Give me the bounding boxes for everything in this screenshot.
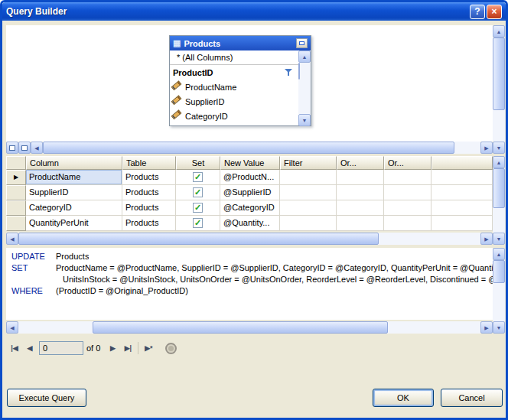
execute-query-button[interactable]: Execute Query [7, 389, 86, 407]
scrollbar-thumb[interactable] [93, 321, 389, 334]
sql-horizontal-scrollbar[interactable]: ◀ ▶ [6, 321, 493, 334]
grid-cell-column[interactable]: QuantityPerUnit [26, 216, 122, 231]
grid-cell-set[interactable]: ✓ [176, 170, 220, 185]
scrollbar-track[interactable] [18, 233, 480, 245]
grid-cell-filter[interactable] [280, 185, 337, 200]
grid-cell-or1[interactable] [337, 200, 384, 216]
grid-cell-filter[interactable] [280, 200, 337, 216]
grid-cell-new-value[interactable]: @Quantity... [220, 216, 280, 231]
grid-cell-set[interactable]: ✓ [176, 200, 220, 216]
grid-horizontal-scrollbar[interactable]: ◀ ▶ [6, 233, 493, 245]
scroll-right-button[interactable]: ▶ [480, 142, 493, 154]
grid-cell-or2[interactable] [384, 216, 431, 231]
scroll-up-button[interactable]: ▲ [493, 156, 505, 168]
grid-cell-filter[interactable] [280, 170, 337, 185]
move-last-button[interactable]: ▶| [120, 340, 135, 356]
scrollbar-track[interactable] [18, 321, 480, 334]
scrollbar-track[interactable] [493, 37, 505, 142]
grid-header-set[interactable]: Set [176, 156, 220, 170]
scroll-left-button[interactable]: ◀ [31, 142, 43, 154]
grid-cell-or1[interactable] [337, 216, 384, 231]
help-button[interactable]: ? [470, 5, 485, 19]
grid-cell-or2[interactable] [384, 200, 431, 216]
grid-cell-or2[interactable] [384, 170, 431, 185]
grid-cell-column[interactable]: CategoryID [26, 200, 122, 216]
table-column-row[interactable]: SupplierID [170, 94, 298, 109]
row-selector[interactable] [6, 200, 26, 216]
scroll-right-button[interactable]: ▶ [480, 321, 493, 334]
grid-header-filter[interactable]: Filter [280, 156, 337, 170]
scroll-up-button[interactable]: ▲ [298, 50, 311, 63]
scrollbar-track[interactable] [493, 260, 505, 321]
scroll-down-button[interactable]: ▼ [298, 114, 311, 126]
sql-vertical-scrollbar[interactable]: ▲ ▼ [493, 248, 505, 334]
move-previous-button[interactable]: ◀ [22, 340, 37, 356]
set-checkbox[interactable]: ✓ [193, 218, 203, 228]
row-selector[interactable] [6, 216, 26, 231]
grid-cell-table[interactable]: Products [122, 185, 176, 200]
scroll-left-button[interactable]: ◀ [6, 321, 18, 334]
grid-cell-new-value[interactable]: @SupplierID [220, 185, 280, 200]
grid-cell-set[interactable]: ✓ [176, 185, 220, 200]
scroll-down-button[interactable]: ▼ [493, 233, 505, 245]
grid-header-table[interactable]: Table [122, 156, 176, 170]
grid-cell-or2[interactable] [384, 185, 431, 200]
table-window-scrollbar[interactable]: ▲ ▼ [298, 50, 311, 126]
scrollbar-thumb[interactable] [43, 142, 454, 154]
titlebar[interactable]: Query Builder ? × [2, 2, 506, 21]
table-column-row[interactable]: * (All Columns) [170, 50, 298, 65]
scrollbar-thumb[interactable] [493, 168, 505, 208]
scrollbar-thumb[interactable] [18, 233, 379, 245]
set-checkbox[interactable]: ✓ [193, 187, 203, 197]
scroll-down-button[interactable]: ▼ [493, 321, 505, 334]
grid-row[interactable]: SupplierID Products ✓ @SupplierID [6, 185, 493, 200]
set-checkbox[interactable]: ✓ [193, 203, 203, 213]
set-checkbox[interactable]: ✓ [193, 172, 203, 182]
grid-header-column[interactable]: Column [26, 156, 122, 170]
cancel-button[interactable]: Cancel [441, 389, 503, 407]
diagram-pane[interactable]: ▦ Products * (All Columns) ProductID [6, 25, 493, 142]
scroll-right-button[interactable]: ▶ [480, 233, 493, 245]
grid-header-or2[interactable]: Or... [384, 156, 431, 170]
row-selector[interactable]: ▶ [6, 170, 26, 185]
scroll-up-button[interactable]: ▲ [493, 248, 505, 260]
diagram-vertical-scrollbar[interactable]: ▲ ▼ [493, 25, 505, 154]
new-row-button[interactable]: ▶* [141, 340, 156, 356]
record-position-input[interactable] [39, 341, 83, 355]
close-button[interactable]: × [487, 5, 502, 19]
stop-button[interactable] [165, 343, 177, 354]
table-column-row[interactable]: ProductName [170, 80, 298, 94]
grid-cell-filter[interactable] [280, 216, 337, 231]
scroll-down-button[interactable]: ▼ [493, 142, 505, 154]
diagram-horizontal-scrollbar[interactable]: ◀ ▶ [6, 142, 493, 154]
grid-cell-new-value[interactable]: @ProductN... [220, 170, 280, 185]
scrollbar-thumb[interactable] [493, 37, 505, 110]
grid-header-or1[interactable]: Or... [337, 156, 384, 170]
move-first-button[interactable]: |◀ [7, 340, 22, 356]
scrollbar-thumb[interactable] [493, 260, 505, 283]
table-column-row[interactable]: CategoryID [170, 109, 298, 123]
sql-pane[interactable]: UPDATE Products SET ProductName = @Produ… [6, 248, 493, 320]
grid-cell-column[interactable]: SupplierID [26, 185, 122, 200]
grid-cell-column[interactable]: ProductName [26, 170, 122, 185]
grid-vertical-scrollbar[interactable]: ▲ ▼ [493, 156, 505, 245]
grid-row[interactable]: ▶ ProductName Products ✓ @ProductN... [6, 170, 493, 185]
grid-cell-or1[interactable] [337, 185, 384, 200]
move-next-button[interactable]: ▶ [105, 340, 120, 356]
grid-row[interactable]: CategoryID Products ✓ @CategoryID [6, 200, 493, 216]
products-table-window[interactable]: ▦ Products * (All Columns) ProductID [169, 35, 311, 126]
scrollbar-thumb[interactable] [298, 63, 300, 80]
scroll-left-button[interactable]: ◀ [6, 233, 18, 245]
row-selector[interactable] [6, 185, 26, 200]
grid-cell-table[interactable]: Products [122, 216, 176, 231]
grid-cell-table[interactable]: Products [122, 170, 176, 185]
table-column-row[interactable]: ProductID [170, 65, 298, 80]
grid-cell-or1[interactable] [337, 170, 384, 185]
grid-cell-set[interactable]: ✓ [176, 216, 220, 231]
splitter-button[interactable] [18, 142, 31, 154]
products-table-header[interactable]: ▦ Products [170, 36, 311, 50]
grid-header-new-value[interactable]: New Value [220, 156, 280, 170]
scrollbar-track[interactable] [298, 63, 311, 114]
grid-cell-table[interactable]: Products [122, 200, 176, 216]
scrollbar-track[interactable] [493, 168, 505, 233]
